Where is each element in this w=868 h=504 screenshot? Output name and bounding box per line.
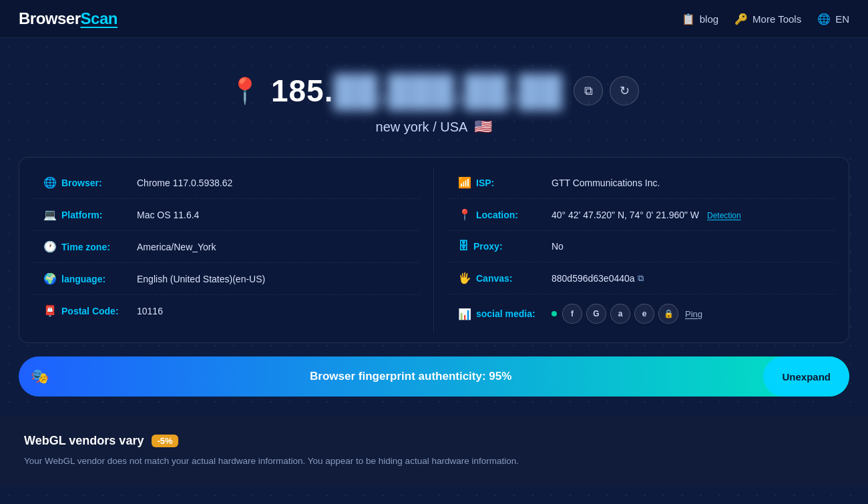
- location-value-group: 40° 42' 47.520" N, 74° 0' 21.960" W Dete…: [552, 210, 825, 220]
- timezone-icon: 🕐: [43, 240, 57, 253]
- social-items: f G a e 🔒 Ping: [552, 304, 702, 324]
- platform-row: 💻 Platform: Mac OS 11.6.4: [33, 199, 420, 231]
- proxy-label: 🗄 Proxy:: [458, 240, 545, 252]
- postal-label-text: Postal Code:: [61, 306, 119, 316]
- location-label: new york / USA 🇺🇸: [13, 118, 855, 136]
- proxy-label-text: Proxy:: [473, 241, 503, 252]
- info-grid: 🌐 Browser: Chrome 117.0.5938.62 💻 Platfo…: [19, 167, 849, 333]
- nav-more-tools-label: More Tools: [752, 13, 801, 25]
- nav-blog-label: blog: [700, 13, 718, 25]
- postal-value: 10116: [137, 306, 409, 316]
- postal-label: 📮 Postal Code:: [43, 304, 130, 317]
- nav-language[interactable]: 🌐 EN: [817, 13, 849, 25]
- location-field-icon: 📍: [458, 208, 471, 221]
- language-value: English (United States)(en-US): [137, 274, 409, 284]
- webgl-title: WebGL vendors vary: [24, 434, 144, 448]
- canvas-row: 🖐 Canvas: 880d596d63e0440a ⧉: [447, 262, 835, 294]
- canvas-label: 🖐 Canvas:: [458, 272, 545, 284]
- locked-dot: 🔒: [658, 304, 678, 324]
- social-label-text: social media:: [476, 308, 535, 319]
- proxy-value: No: [552, 241, 825, 252]
- ip-address: 185.██.███.██.██: [271, 73, 563, 109]
- language-label: 🌍 language:: [43, 272, 130, 285]
- ip-blurred: ██.███.██.██: [333, 73, 563, 109]
- isp-row: 📶 ISP: GTT Communications Inc.: [447, 167, 835, 199]
- info-col-left: 🌐 Browser: Chrome 117.0.5938.62 💻 Platfo…: [19, 167, 434, 333]
- webgl-badge: -5%: [152, 435, 178, 447]
- postal-row: 📮 Postal Code: 10116: [33, 295, 420, 326]
- platform-value: Mac OS 11.6.4: [137, 210, 409, 220]
- location-text: new york / USA: [376, 119, 468, 135]
- fingerprint-bar: 🎭 Browser fingerprint authenticity: 95% …: [19, 356, 849, 397]
- canvas-label-text: Canvas:: [476, 273, 512, 284]
- location-row: 📍 Location: 40° 42' 47.520" N, 74° 0' 21…: [447, 199, 835, 231]
- browser-label-text: Browser:: [61, 178, 102, 188]
- browser-label: 🌐 Browser:: [43, 176, 130, 189]
- isp-icon: 📶: [458, 176, 471, 189]
- social-label: 📊 social media:: [458, 308, 545, 320]
- postal-icon: 📮: [43, 304, 57, 317]
- canvas-copy-icon: ⧉: [638, 273, 644, 284]
- copy-ip-button[interactable]: ⧉: [574, 76, 603, 105]
- timezone-label-text: Time zone:: [61, 242, 110, 252]
- country-flag: 🇺🇸: [474, 118, 492, 136]
- social-row: 📊 social media: f G a e 🔒 Ping: [447, 294, 835, 333]
- webgl-description: Your WebGL vendor does not match your ac…: [24, 455, 558, 468]
- nav-blog[interactable]: 📋 blog: [682, 13, 718, 25]
- browser-icon: 🌐: [43, 176, 57, 189]
- isp-label-text: ISP:: [476, 178, 494, 188]
- platform-label: 💻 Platform:: [43, 208, 130, 221]
- ebay-dot: e: [634, 304, 654, 324]
- facebook-dot: f: [562, 304, 582, 324]
- browser-row: 🌐 Browser: Chrome 117.0.5938.62: [33, 167, 420, 199]
- logo: BrowserScan: [19, 9, 118, 28]
- facebook-indicator: [552, 311, 557, 316]
- google-dot: G: [586, 304, 606, 324]
- refresh-button[interactable]: ↻: [610, 76, 639, 105]
- isp-value: GTT Communications Inc.: [552, 178, 825, 188]
- info-card: 🌐 Browser: Chrome 117.0.5938.62 💻 Platfo…: [19, 157, 849, 343]
- canvas-value-group: 880d596d63e0440a ⧉: [552, 273, 825, 284]
- language-icon: 🌍: [43, 272, 57, 285]
- timezone-label: 🕐 Time zone:: [43, 240, 130, 253]
- canvas-copy-button[interactable]: 880d596d63e0440a ⧉: [552, 273, 644, 284]
- ip-prefix: 185.: [271, 73, 334, 108]
- amazon-dot: a: [610, 304, 630, 324]
- footer-section: WebGL vendors vary -5% Your WebGL vendor…: [0, 415, 868, 487]
- tools-icon: 🔑: [734, 13, 748, 25]
- fingerprint-label: Browser fingerprint authenticity: 95%: [58, 370, 763, 383]
- language-row: 🌍 language: English (United States)(en-U…: [33, 263, 420, 295]
- location-pin-icon: 📍: [229, 76, 260, 105]
- timezone-value: America/New_York: [137, 242, 409, 252]
- nav-language-label: EN: [835, 13, 849, 25]
- hero-section: 📍 185.██.███.██.██ ⧉ ↻ new york / USA 🇺🇸: [0, 38, 868, 157]
- header-nav: 📋 blog 🔑 More Tools 🌐 EN: [682, 13, 849, 25]
- timezone-row: 🕐 Time zone: America/New_York: [33, 231, 420, 263]
- isp-label: 📶 ISP:: [458, 176, 545, 189]
- blog-icon: 📋: [682, 13, 695, 25]
- location-field-label-text: Location:: [476, 210, 518, 220]
- nav-more-tools[interactable]: 🔑 More Tools: [734, 13, 801, 25]
- detection-link[interactable]: Detection: [707, 211, 741, 220]
- language-label-text: language:: [61, 274, 105, 284]
- location-field-label: 📍 Location:: [458, 208, 545, 221]
- canvas-hash: 880d596d63e0440a: [552, 273, 635, 284]
- unexpand-button[interactable]: Unexpand: [763, 356, 849, 397]
- ip-row: 📍 185.██.███.██.██ ⧉ ↻: [13, 73, 855, 109]
- globe-icon: 🌐: [817, 13, 831, 25]
- header: BrowserScan 📋 blog 🔑 More Tools 🌐 EN: [0, 0, 868, 38]
- ping-button[interactable]: Ping: [685, 309, 702, 319]
- proxy-icon: 🗄: [458, 240, 469, 252]
- proxy-row: 🗄 Proxy: No: [447, 231, 835, 262]
- webgl-title-row: WebGL vendors vary -5%: [24, 434, 844, 448]
- platform-icon: 💻: [43, 208, 57, 221]
- info-col-right: 📶 ISP: GTT Communications Inc. 📍 Locatio…: [434, 167, 849, 333]
- location-coords: 40° 42' 47.520" N, 74° 0' 21.960" W: [552, 210, 699, 220]
- platform-label-text: Platform:: [61, 210, 102, 220]
- fingerprint-icon: 🎭: [31, 368, 49, 385]
- logo-highlight: Scan: [81, 9, 118, 27]
- canvas-icon: 🖐: [458, 272, 471, 284]
- browser-value: Chrome 117.0.5938.62: [137, 178, 409, 188]
- ip-actions: ⧉ ↻: [574, 76, 639, 105]
- social-icon: 📊: [458, 308, 471, 320]
